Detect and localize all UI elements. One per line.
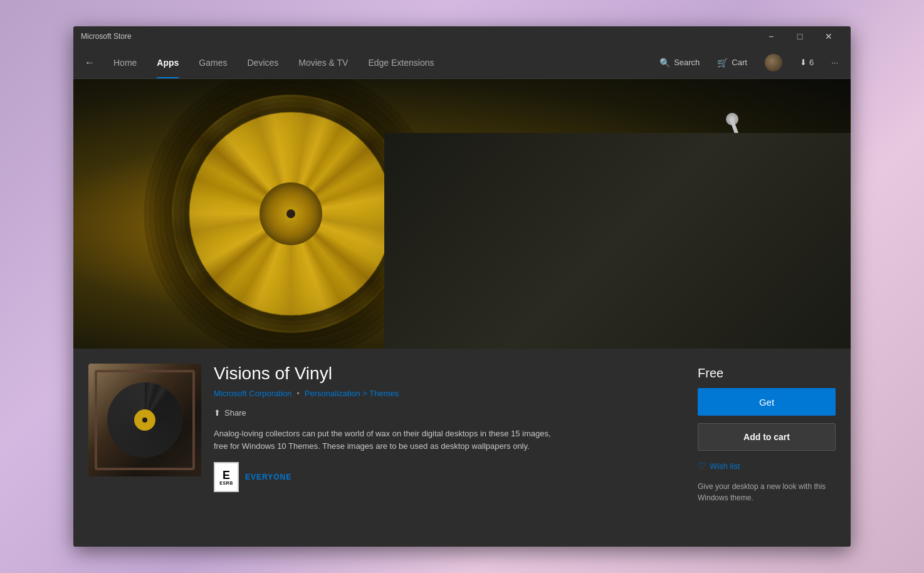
app-details: Visions of Vinyl Microsoft Corporation •… <box>214 364 673 532</box>
nav-games[interactable]: Games <box>189 46 237 78</box>
share-label: Share <box>224 408 246 418</box>
close-button[interactable]: ✕ <box>814 26 843 46</box>
app-icon-area <box>88 364 201 532</box>
share-icon: ⬆ <box>214 408 221 418</box>
window-controls: − □ ✕ <box>757 26 843 46</box>
app-description: Analog-loving collectors can put the wor… <box>214 428 565 452</box>
nav-actions: 🔍 Search 🛒 Cart ⬇ 6 ··· <box>652 51 846 74</box>
avatar-button[interactable] <box>757 51 790 74</box>
esrb-e-rating: E <box>223 470 230 481</box>
heart-icon: ♡ <box>698 461 706 471</box>
hero-image-area <box>73 79 851 349</box>
esrb-area: E ESRB EVERYONE <box>214 462 673 492</box>
price-label: Free <box>698 366 836 381</box>
microsoft-store-window: Microsoft Store − □ ✕ ← Home Apps Games … <box>73 26 851 547</box>
vinyl-spindle <box>286 209 295 218</box>
nav-devices[interactable]: Devices <box>237 46 288 78</box>
nav-extensions[interactable]: Edge Extensions <box>358 46 444 78</box>
app-category[interactable]: Personalization > Themes <box>305 389 399 398</box>
mini-vinyl-spindle <box>142 418 147 423</box>
more-icon: ··· <box>831 58 838 67</box>
esrb-badge: E ESRB <box>214 462 239 492</box>
app-icon <box>88 364 201 476</box>
esrb-label: ESRB <box>219 481 233 485</box>
theme-description: Give your desktop a new look with this W… <box>698 481 836 503</box>
app-meta: Microsoft Corporation • Personalization … <box>214 389 673 398</box>
nav-links: Home Apps Games Devices Movies & TV Edge… <box>103 46 652 78</box>
mini-vinyl <box>107 382 182 458</box>
search-icon: 🔍 <box>659 58 670 68</box>
nav-apps[interactable]: Apps <box>147 46 189 78</box>
share-button[interactable]: ⬆ Share <box>214 406 246 420</box>
more-button[interactable]: ··· <box>824 51 846 74</box>
wish-list-button[interactable]: ♡ Wish list <box>698 458 836 473</box>
downloads-count: 6 <box>809 58 814 67</box>
nav-movies[interactable]: Movies & TV <box>288 46 358 78</box>
meta-separator: • <box>297 389 300 398</box>
vinyl-record <box>172 95 410 333</box>
avatar-image <box>765 54 782 71</box>
downloads-icon: ⬇ <box>800 58 807 67</box>
hero-background <box>73 79 851 349</box>
title-bar: Microsoft Store − □ ✕ <box>73 26 851 46</box>
minimize-button[interactable]: − <box>757 26 785 46</box>
app-info-area: Visions of Vinyl Microsoft Corporation •… <box>73 349 688 547</box>
add-to-cart-button[interactable]: Add to cart <box>698 423 836 451</box>
mini-vinyl-wrapper <box>107 382 182 458</box>
avatar <box>765 54 782 71</box>
cart-label: Cart <box>732 58 747 67</box>
nav-bar: ← Home Apps Games Devices Movies & TV Ed… <box>73 46 851 79</box>
back-button[interactable]: ← <box>78 51 101 74</box>
esrb-everyone-text: EVERYONE <box>245 473 291 481</box>
vinyl-center-label <box>260 182 322 245</box>
vinyl-outer-ring <box>172 95 410 333</box>
app-title: Visions of Vinyl <box>214 364 673 384</box>
nav-home[interactable]: Home <box>103 46 147 78</box>
content-section: Visions of Vinyl Microsoft Corporation •… <box>73 349 851 547</box>
right-panel: Free Get Add to cart ♡ Wish list Give yo… <box>688 349 851 547</box>
get-button[interactable]: Get <box>698 388 836 416</box>
search-button[interactable]: 🔍 Search <box>652 51 707 74</box>
cart-button[interactable]: 🛒 Cart <box>710 51 755 74</box>
window-title: Microsoft Store <box>81 32 757 41</box>
search-label: Search <box>674 58 700 67</box>
app-publisher[interactable]: Microsoft Corporation <box>214 389 291 398</box>
cart-icon: 🛒 <box>717 58 728 68</box>
downloads-button[interactable]: ⬇ 6 <box>792 51 821 74</box>
maximize-button[interactable]: □ <box>785 26 814 46</box>
mini-vinyl-center <box>134 409 155 431</box>
turntable-base <box>384 133 851 349</box>
wish-list-label: Wish list <box>710 461 740 471</box>
